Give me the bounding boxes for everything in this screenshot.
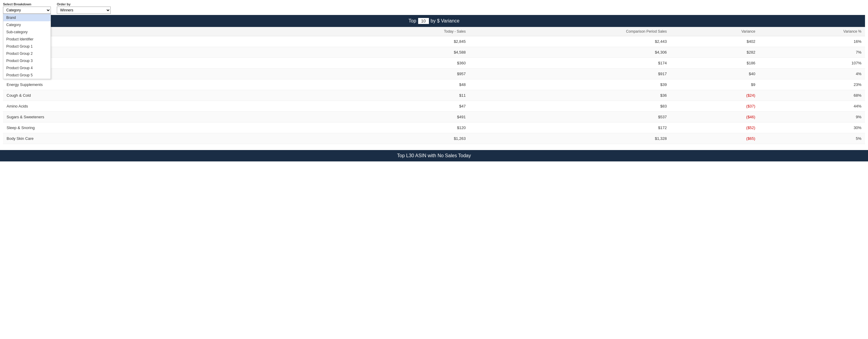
row-variance-2: $186 <box>670 58 759 68</box>
row-name-1 <box>3 47 348 58</box>
row-variance-pct-3: 4% <box>759 68 865 79</box>
row-comparison-sales-7: $537 <box>469 112 670 122</box>
row-name-2: Women's Health <box>3 58 348 68</box>
row-comparison-sales-8: $172 <box>469 122 670 133</box>
row-today-sales-2: $360 <box>348 58 469 68</box>
dropdown-item-product-group-2[interactable]: Product Group 2 <box>3 50 51 57</box>
breakdown-select[interactable]: BrandCategorySub-categoryProduct Identif… <box>3 7 51 14</box>
dropdown-item-category[interactable]: Category <box>3 21 51 28</box>
row-name-3: Supplements <box>3 68 348 79</box>
dropdown-item-product-group-3[interactable]: Product Group 3 <box>3 57 51 64</box>
title-prefix: Top <box>409 18 416 24</box>
row-variance-pct-0: 16% <box>759 36 865 47</box>
col-variance: Variance <box>670 27 759 36</box>
row-comparison-sales-5: $36 <box>469 90 670 101</box>
row-today-sales-7: $491 <box>348 112 469 122</box>
row-variance-0: $402 <box>670 36 759 47</box>
row-comparison-sales-4: $39 <box>469 79 670 90</box>
order-by-dropdown-wrapper[interactable]: WinnersLosers <box>57 7 111 14</box>
row-comparison-sales-6: $83 <box>469 101 670 112</box>
table-row: Women's Health$360$174$186107% <box>3 58 865 68</box>
row-today-sales-0: $2,845 <box>348 36 469 47</box>
row-today-sales-3: $957 <box>348 68 469 79</box>
row-name-9: Body Skin Care <box>3 133 348 144</box>
title-suffix: by $ Variance <box>431 18 460 24</box>
row-variance-pct-7: 9% <box>759 112 865 122</box>
row-name-7: Sugars & Sweeteners <box>3 112 348 122</box>
dropdown-item-sub-category[interactable]: Sub-category <box>3 28 51 36</box>
order-by-control-group: Order by WinnersLosers <box>57 2 111 14</box>
table-row: Amino Acids$47$83($37)44% <box>3 101 865 112</box>
variance-table: Today - Sales Comparison Period Sales Va… <box>3 27 865 144</box>
row-today-sales-6: $47 <box>348 101 469 112</box>
row-name-5: Cough & Cold <box>3 90 348 101</box>
breakdown-control-group: Select Breakdown BrandCategorySub-catego… <box>3 2 51 14</box>
row-variance-8: ($52) <box>670 122 759 133</box>
main-content: Top by $ Variance Today - Sales Comparis… <box>0 15 868 144</box>
row-name-8: Sleep & Snoring <box>3 122 348 133</box>
row-variance-pct-2: 107% <box>759 58 865 68</box>
row-variance-pct-9: 5% <box>759 133 865 144</box>
row-variance-3: $40 <box>670 68 759 79</box>
col-variance-pct: Variance % <box>759 27 865 36</box>
row-variance-6: ($37) <box>670 101 759 112</box>
dropdown-item-product-group-4[interactable]: Product Group 4 <box>3 64 51 72</box>
row-variance-5: ($24) <box>670 90 759 101</box>
row-variance-9: ($65) <box>670 133 759 144</box>
row-variance-pct-1: 7% <box>759 47 865 58</box>
table-row: Energy Supplements$48$39$923% <box>3 79 865 90</box>
table-row: Cough & Cold$11$36($24)68% <box>3 90 865 101</box>
row-comparison-sales-2: $174 <box>469 58 670 68</box>
table-row: $2,845$2,443$40216% <box>3 36 865 47</box>
breakdown-dropdown-list[interactable]: BrandCategorySub-categoryProduct Identif… <box>3 14 51 79</box>
row-variance-pct-6: 44% <box>759 101 865 112</box>
col-comparison-sales: Comparison Period Sales <box>469 27 670 36</box>
top-controls: Select Breakdown BrandCategorySub-catego… <box>0 0 868 15</box>
row-today-sales-9: $1,263 <box>348 133 469 144</box>
row-variance-pct-5: 68% <box>759 90 865 101</box>
col-today-sales: Today - Sales <box>348 27 469 36</box>
dropdown-item-product-identifier[interactable]: Product Identifier <box>3 36 51 43</box>
row-variance-pct-8: 30% <box>759 122 865 133</box>
header-row: Today - Sales Comparison Period Sales Va… <box>3 27 865 36</box>
order-by-label: Order by <box>57 2 111 6</box>
row-name-6: Amino Acids <box>3 101 348 112</box>
bottom-section-header: Top L30 ASIN with No Sales Today <box>0 150 868 162</box>
dropdown-item-product-group-1[interactable]: Product Group 1 <box>3 43 51 50</box>
order-by-select[interactable]: WinnersLosers <box>57 7 111 14</box>
row-today-sales-4: $48 <box>348 79 469 90</box>
row-comparison-sales-1: $4,306 <box>469 47 670 58</box>
top-n-input[interactable] <box>418 18 429 24</box>
row-comparison-sales-3: $917 <box>469 68 670 79</box>
breakdown-dropdown-wrapper[interactable]: BrandCategorySub-categoryProduct Identif… <box>3 7 51 14</box>
row-variance-1: $282 <box>670 47 759 58</box>
dropdown-item-product-group-5[interactable]: Product Group 5 <box>3 72 51 79</box>
row-comparison-sales-0: $2,443 <box>469 36 670 47</box>
row-name-4: Energy Supplements <box>3 79 348 90</box>
table-row: Sugars & Sweeteners$491$537($46)9% <box>3 112 865 122</box>
table-row: Body Skin Care$1,263$1,328($65)5% <box>3 133 865 144</box>
row-today-sales-5: $11 <box>348 90 469 101</box>
table-row: $4,588$4,306$2827% <box>3 47 865 58</box>
table-header-bar: Top by $ Variance <box>3 15 865 27</box>
col-name <box>3 27 348 36</box>
dropdown-item-brand[interactable]: Brand <box>3 14 51 21</box>
row-variance-7: ($46) <box>670 112 759 122</box>
row-variance-pct-4: 23% <box>759 79 865 90</box>
row-today-sales-1: $4,588 <box>348 47 469 58</box>
breakdown-label: Select Breakdown <box>3 2 51 6</box>
row-comparison-sales-9: $1,328 <box>469 133 670 144</box>
row-variance-4: $9 <box>670 79 759 90</box>
bottom-section-title: Top L30 ASIN with No Sales Today <box>397 153 471 158</box>
table-body: $2,845$2,443$40216%$4,588$4,306$2827%Wom… <box>3 36 865 144</box>
row-name-0 <box>3 36 348 47</box>
table-header: Today - Sales Comparison Period Sales Va… <box>3 27 865 36</box>
table-row: Sleep & Snoring$120$172($52)30% <box>3 122 865 133</box>
row-today-sales-8: $120 <box>348 122 469 133</box>
table-row: Supplements$957$917$404% <box>3 68 865 79</box>
